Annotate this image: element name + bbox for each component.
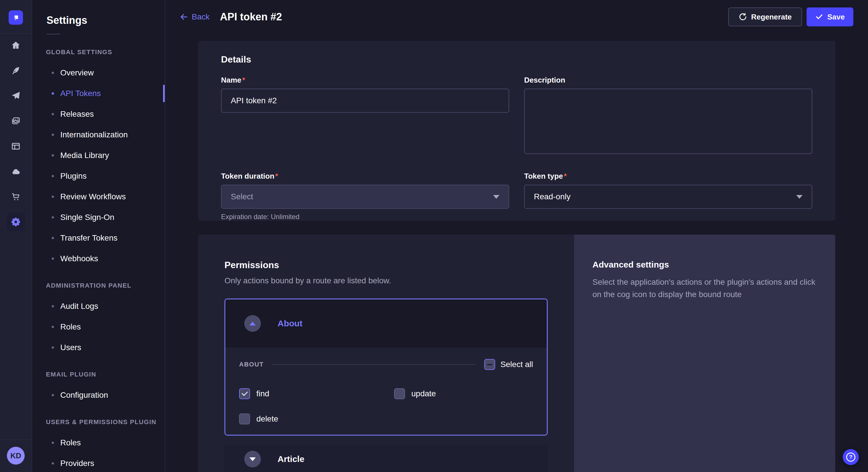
token-duration-field-group: Token duration* Select Expiration date: … xyxy=(221,172,509,221)
subnav-title: Settings xyxy=(46,14,165,26)
sidebar-item-label: Plugins xyxy=(60,171,87,181)
rail-bottom: KD xyxy=(0,439,32,472)
sidebar-item-label: ADMINISTRATION PANEL xyxy=(46,282,131,289)
checkbox-delete[interactable]: delete xyxy=(239,413,394,425)
paper-plane-icon[interactable] xyxy=(10,90,22,102)
subnav-list: GLOBAL SETTINGS Overview API Tokens Rele… xyxy=(33,42,165,472)
images-icon[interactable] xyxy=(10,115,22,127)
back-button[interactable]: Back xyxy=(180,12,210,22)
checkbox-box[interactable] xyxy=(239,413,250,425)
settings-subnav: Settings GLOBAL SETTINGS Overview API To… xyxy=(33,0,165,472)
checkbox-box[interactable] xyxy=(484,359,495,370)
name-field-group: Name* xyxy=(221,76,509,113)
token-type-field-group: Token type* Read-only xyxy=(524,172,812,209)
token-type-label: Token type* xyxy=(524,172,812,181)
group-divider xyxy=(272,364,476,365)
sidebar-item-internationalization[interactable]: Internationalization xyxy=(33,125,165,145)
save-label: Save xyxy=(827,12,845,22)
sidebar-item-plugins[interactable]: Plugins xyxy=(33,166,165,187)
sidebar-item-media-library[interactable]: Media Library xyxy=(33,145,165,166)
page-header: Back API token #2 Regenerate Save xyxy=(166,0,868,34)
accordion-about: About ABOUT Select all xyxy=(224,299,548,436)
sidebar-item-up-roles[interactable]: Roles xyxy=(33,432,165,453)
sidebar-section-administration-panel: ADMINISTRATION PANEL xyxy=(33,275,165,296)
chevron-down-icon xyxy=(493,195,499,199)
sidebar-item-users[interactable]: Users xyxy=(33,337,165,358)
bullet-icon xyxy=(52,258,54,260)
regenerate-label: Regenerate xyxy=(751,12,792,22)
sidebar-item-label: Transfer Tokens xyxy=(60,233,117,243)
sidebar-item-overview[interactable]: Overview xyxy=(33,63,165,83)
token-duration-value: Select xyxy=(231,192,253,201)
chevron-down-icon xyxy=(796,195,803,199)
strapi-logo-glyph xyxy=(12,13,20,22)
sidebar-section-users-permissions-plugin: USERS & PERMISSIONS PLUGIN xyxy=(33,412,165,432)
bullet-icon xyxy=(52,462,54,465)
sidebar-item-single-sign-on[interactable]: Single Sign-On xyxy=(33,207,165,228)
avatar[interactable]: KD xyxy=(7,447,25,465)
help-button[interactable]: ? xyxy=(843,449,859,465)
gear-icon-active[interactable] xyxy=(7,213,25,231)
bullet-icon xyxy=(52,154,54,157)
sidebar-item-releases[interactable]: Releases xyxy=(33,104,165,125)
token-type-select[interactable]: Read-only xyxy=(524,185,812,209)
save-button[interactable]: Save xyxy=(807,7,854,26)
bullet-icon xyxy=(52,72,54,74)
strapi-logo[interactable] xyxy=(9,10,23,25)
description-field-group: Description xyxy=(524,76,812,155)
details-card: Details Name* Description Token duration… xyxy=(198,41,835,221)
checkbox-find[interactable]: find xyxy=(239,388,394,399)
checkbox-box[interactable] xyxy=(239,388,250,399)
regenerate-button[interactable]: Regenerate xyxy=(728,7,802,26)
bullet-icon xyxy=(52,305,54,307)
feather-icon[interactable] xyxy=(10,65,22,76)
accordion-article-header[interactable]: Article xyxy=(224,445,548,472)
main-content: Back API token #2 Regenerate Save Detail… xyxy=(166,0,868,472)
main-nav-rail: KD xyxy=(0,0,32,472)
check-icon xyxy=(815,13,823,21)
sidebar-item-api-tokens[interactable]: API Tokens xyxy=(33,83,165,104)
sidebar-item-providers[interactable]: Providers xyxy=(33,453,165,472)
checkbox-update[interactable]: update xyxy=(394,388,533,399)
sidebar-item-transfer-tokens[interactable]: Transfer Tokens xyxy=(33,228,165,248)
token-type-value: Read-only xyxy=(534,192,570,201)
name-input[interactable] xyxy=(221,89,509,113)
description-textarea[interactable] xyxy=(524,89,812,154)
sidebar-section-email-plugin: EMAIL PLUGIN xyxy=(33,364,165,385)
sidebar-item-webhooks[interactable]: Webhooks xyxy=(33,248,165,269)
actions-grid: find update delete xyxy=(239,388,533,425)
token-duration-select[interactable]: Select xyxy=(221,185,509,209)
sidebar-item-label: Overview xyxy=(60,68,94,77)
cart-icon[interactable] xyxy=(10,191,22,202)
sidebar-item-audit-logs[interactable]: Audit Logs xyxy=(33,296,165,316)
action-label: update xyxy=(411,389,436,398)
sidebar-item-label: Releases xyxy=(60,109,94,119)
rail-divider xyxy=(0,33,32,34)
required-marker: * xyxy=(275,172,278,180)
back-arrow-icon xyxy=(180,12,188,21)
accordion-about-header[interactable]: About xyxy=(225,299,547,347)
sidebar-item-review-workflows[interactable]: Review Workflows xyxy=(33,187,165,207)
token-duration-label: Token duration* xyxy=(221,172,509,181)
layout-icon[interactable] xyxy=(10,140,22,152)
home-icon[interactable] xyxy=(10,40,22,51)
select-all-label: Select all xyxy=(500,360,533,369)
expand-toggle-button[interactable] xyxy=(244,451,261,467)
cloud-icon[interactable] xyxy=(10,166,22,177)
accordion-article-title: Article xyxy=(278,454,304,464)
sidebar-item-label: Single Sign-On xyxy=(60,213,114,222)
sidebar-item-label: Audit Logs xyxy=(60,302,98,311)
sidebar-item-label: USERS & PERMISSIONS PLUGIN xyxy=(46,418,156,426)
question-mark-icon: ? xyxy=(846,452,856,462)
sidebar-item-configuration[interactable]: Configuration xyxy=(33,385,165,405)
checkbox-box[interactable] xyxy=(394,388,405,399)
refresh-icon xyxy=(739,13,747,21)
sidebar-item-admin-roles[interactable]: Roles xyxy=(33,316,165,337)
advanced-settings-description: Select the application's actions or the … xyxy=(592,276,822,301)
about-group-label: ABOUT xyxy=(239,361,264,368)
chevron-down-icon xyxy=(249,458,256,461)
required-marker: * xyxy=(242,76,245,84)
select-all-checkbox[interactable]: Select all xyxy=(484,359,533,370)
collapse-toggle-button[interactable] xyxy=(244,315,261,332)
back-label: Back xyxy=(192,12,210,22)
